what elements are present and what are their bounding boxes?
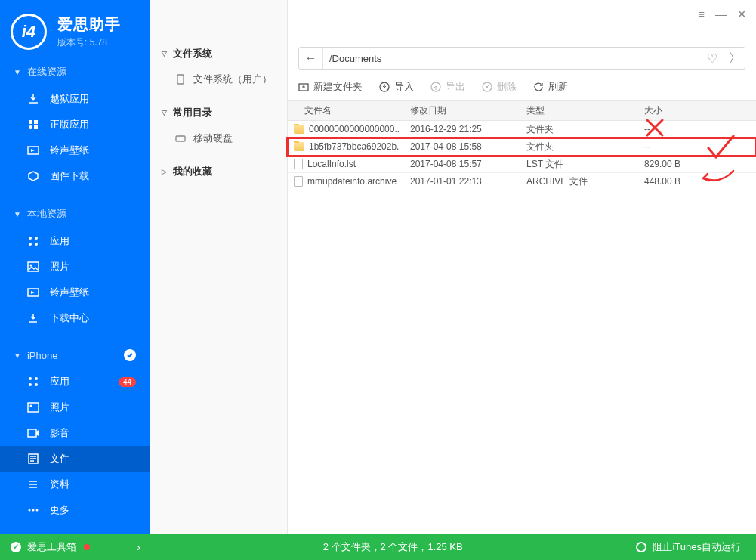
sidebar-left: i4 爱思助手 版本号: 5.78 ▼ 在线资源 越狱应用 正版应用 铃声壁纸 … bbox=[0, 0, 150, 534]
sidebar-item-label: 铃声壁纸 bbox=[50, 144, 89, 157]
svg-point-7 bbox=[29, 243, 32, 246]
sidebar-item-iphone-data[interactable]: 资料 bbox=[0, 472, 150, 497]
app-logo-icon: i4 bbox=[11, 14, 47, 50]
header-size[interactable]: 大小 bbox=[644, 104, 756, 117]
sidebar-item-label: 照片 bbox=[50, 260, 69, 274]
svg-rect-24 bbox=[176, 136, 185, 141]
video-icon bbox=[27, 427, 39, 439]
tool-label: 导入 bbox=[394, 80, 414, 94]
sidebar-section-label: iPhone bbox=[27, 350, 57, 361]
sidebar-item-label: 影音 bbox=[50, 426, 69, 440]
chevron-right-icon: ▷ bbox=[162, 168, 167, 175]
mid-section-filesystem[interactable]: ▽ 文件系统 bbox=[150, 41, 287, 67]
sidebar-item-iphone-apps[interactable]: 应用 44 bbox=[0, 369, 150, 394]
sidebar-item-iphone-files[interactable]: 文件 bbox=[0, 446, 150, 472]
mid-section-favorites[interactable]: ▷ 我的收藏 bbox=[150, 159, 287, 184]
menu-icon[interactable]: ≡ bbox=[698, 8, 705, 21]
chevron-down-icon: ▼ bbox=[14, 351, 21, 360]
toolbar: 新建文件夹 导入 导出 删除 刷新 bbox=[298, 76, 745, 98]
svg-point-17 bbox=[30, 405, 32, 407]
svg-rect-18 bbox=[28, 429, 36, 437]
sidebar-item-label: 应用 bbox=[50, 375, 69, 388]
sidebar-item-label: 照片 bbox=[50, 401, 69, 414]
path-bar: ← /Documents ♡ 〉 bbox=[298, 47, 745, 70]
import-icon bbox=[379, 82, 390, 92]
svg-rect-9 bbox=[28, 262, 39, 271]
path-input[interactable]: /Documents bbox=[323, 53, 701, 64]
itunes-label: 阻止iTunes自动运行 bbox=[653, 540, 741, 554]
sidebar-item-firmware[interactable]: 固件下载 bbox=[0, 163, 150, 189]
sidebar-item-label: 应用 bbox=[50, 234, 69, 248]
sidebar-section-label: 本地资源 bbox=[27, 207, 66, 221]
sidebar-item-label: 资料 bbox=[50, 478, 69, 491]
sidebar-item-photos[interactable]: 照片 bbox=[0, 254, 150, 280]
photo-icon bbox=[27, 401, 39, 413]
svg-point-20 bbox=[29, 509, 31, 512]
check-badge-icon bbox=[124, 349, 136, 361]
tool-label: 删除 bbox=[497, 80, 517, 94]
status-ok-icon bbox=[11, 542, 21, 552]
sidebar-item-iphone-more[interactable]: 更多 bbox=[0, 497, 150, 523]
header-date[interactable]: 修改日期 bbox=[410, 104, 526, 117]
radio-icon bbox=[636, 542, 646, 552]
cell-size: -- bbox=[644, 124, 756, 135]
cell-name: LocalInfo.lst bbox=[307, 159, 356, 169]
forward-button[interactable]: 〉 bbox=[724, 51, 745, 67]
sidebar-item-label: 文件 bbox=[50, 452, 69, 466]
close-icon[interactable]: ✕ bbox=[737, 8, 747, 21]
sidebar-item-ringtone-wallpaper-local[interactable]: 铃声壁纸 bbox=[0, 280, 150, 305]
status-text: 2 个文件夹，2 个文件，1.25 KB bbox=[150, 540, 636, 554]
sidebar-item-label: 正版应用 bbox=[50, 118, 89, 131]
header-name[interactable]: 文件名 bbox=[288, 104, 410, 117]
export-button[interactable]: 导出 bbox=[430, 80, 465, 94]
mid-section-label: 我的收藏 bbox=[173, 165, 212, 178]
sidebar-item-label: 下载中心 bbox=[50, 311, 89, 325]
minimize-icon[interactable]: — bbox=[715, 8, 727, 21]
toolbox-button[interactable]: 爱思工具箱 › bbox=[0, 534, 150, 560]
favorite-icon[interactable]: ♡ bbox=[701, 51, 724, 66]
toolbox-label: 爱思工具箱 bbox=[27, 540, 76, 554]
refresh-button[interactable]: 刷新 bbox=[533, 80, 568, 94]
sidebar-item-downloads[interactable]: 下载中心 bbox=[0, 305, 150, 331]
mid-item-portable-disk[interactable]: 移动硬盘 bbox=[150, 125, 287, 151]
mid-section-common[interactable]: ▽ 常用目录 bbox=[150, 100, 287, 125]
itunes-block-toggle[interactable]: 阻止iTunes自动运行 bbox=[636, 540, 741, 554]
svg-point-2 bbox=[29, 125, 32, 129]
sidebar-item-iphone-media[interactable]: 影音 bbox=[0, 420, 150, 446]
chevron-right-icon: › bbox=[137, 541, 140, 553]
table-row[interactable]: 1b5fb737bbca69202b.2017-04-08 15:58文件夹-- bbox=[288, 138, 756, 156]
header-type[interactable]: 类型 bbox=[526, 104, 644, 117]
sidebar-item-ringtone-wallpaper[interactable]: 铃声壁纸 bbox=[0, 138, 150, 163]
svg-point-21 bbox=[32, 509, 35, 512]
svg-rect-23 bbox=[177, 75, 184, 84]
file-icon bbox=[294, 159, 303, 169]
table-row[interactable]: 00000000000000000..2016-12-29 21:25文件夹-- bbox=[288, 121, 756, 138]
sidebar-section-local[interactable]: ▼ 本地资源 bbox=[0, 200, 150, 228]
mid-item-label: 文件系统（用户） bbox=[193, 73, 272, 86]
sidebar-item-jailbreak-apps[interactable]: 越狱应用 bbox=[0, 86, 150, 112]
sidebar-item-genuine-apps[interactable]: 正版应用 bbox=[0, 112, 150, 138]
sidebar-section-iphone[interactable]: ▼ iPhone bbox=[0, 342, 150, 369]
sidebar-item-apps[interactable]: 应用 bbox=[0, 228, 150, 254]
mid-item-filesystem-user[interactable]: 文件系统（用户） bbox=[150, 67, 287, 92]
svg-point-12 bbox=[29, 377, 32, 380]
back-button[interactable]: ← bbox=[299, 48, 323, 69]
delete-icon bbox=[482, 82, 492, 92]
more-icon bbox=[27, 504, 39, 516]
mid-item-label: 移动硬盘 bbox=[193, 131, 233, 145]
svg-point-22 bbox=[36, 509, 39, 512]
table-row[interactable]: LocalInfo.lst2017-04-08 15:57LST 文件829.0… bbox=[288, 156, 756, 173]
grid-icon bbox=[27, 235, 39, 247]
app-icon bbox=[27, 119, 39, 131]
alert-dot-icon bbox=[84, 544, 90, 550]
sidebar-item-iphone-photos[interactable]: 照片 bbox=[0, 394, 150, 420]
sidebar-section-online[interactable]: ▼ 在线资源 bbox=[0, 57, 150, 86]
svg-rect-16 bbox=[28, 403, 39, 412]
table-row[interactable]: mmupdateinfo.archive2017-01-01 22:13ARCH… bbox=[288, 173, 756, 190]
import-button[interactable]: 导入 bbox=[379, 80, 414, 94]
sidebar-item-label: 越狱应用 bbox=[50, 92, 89, 106]
cell-type: ARCHIVE 文件 bbox=[526, 175, 644, 188]
cell-name: 00000000000000000.. bbox=[309, 124, 400, 135]
delete-button[interactable]: 删除 bbox=[482, 80, 517, 94]
new-folder-button[interactable]: 新建文件夹 bbox=[298, 80, 363, 94]
